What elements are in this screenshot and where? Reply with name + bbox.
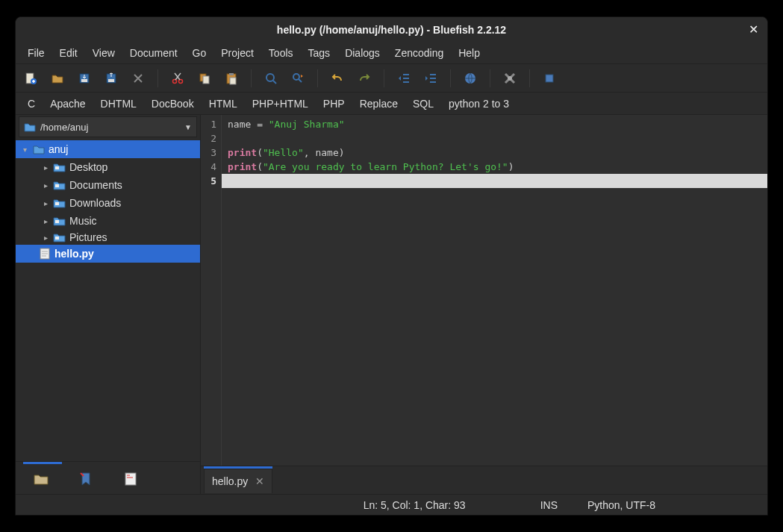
folder-icon [24, 122, 36, 132]
svg-rect-3 [81, 79, 87, 82]
document-tabs: hello.py ✕ [201, 466, 767, 494]
tree-folder[interactable]: ▸Pictures [16, 230, 200, 245]
expand-icon[interactable]: ▸ [41, 217, 50, 225]
unindent-icon[interactable] [393, 68, 414, 89]
editor[interactable]: 12345 name = "Anuj Sharma"print("Hello",… [201, 115, 767, 466]
path-selector[interactable]: /home/anuj ▼ [19, 116, 197, 137]
find-replace-icon[interactable] [287, 68, 308, 89]
lang-apache[interactable]: Apache [43, 95, 93, 113]
tree-label: anuj [49, 143, 68, 155]
lang-php-html[interactable]: PHP+HTML [245, 95, 316, 113]
language-bar: CApacheDHTMLDocBookHTMLPHP+HTMLPHPReplac… [16, 93, 767, 115]
folder-icon [53, 161, 66, 173]
path-label: /home/anuj [40, 122, 180, 133]
tree-folder[interactable]: ▸Downloads [16, 194, 200, 212]
expand-icon[interactable]: ▸ [41, 181, 50, 190]
close-tab-icon[interactable]: ✕ [255, 475, 264, 487]
lang-html[interactable]: HTML [202, 95, 245, 113]
menu-tools[interactable]: Tools [261, 44, 301, 62]
copy-icon[interactable] [194, 68, 215, 89]
collapse-icon[interactable]: ▾ [20, 145, 29, 154]
tree-folder[interactable]: ▸Documents [16, 176, 200, 194]
save-as-icon[interactable] [101, 68, 122, 89]
paste-icon[interactable] [221, 68, 242, 89]
editor-area: 12345 name = "Anuj Sharma"print("Hello",… [201, 115, 767, 494]
menu-document[interactable]: Document [122, 44, 185, 62]
app-window: hello.py (/home/anuj/hello.py) - Bluefis… [15, 16, 768, 516]
menu-dialogs[interactable]: Dialogs [337, 44, 387, 62]
tab-hello[interactable]: hello.py ✕ [204, 469, 272, 493]
lang-dhtml[interactable]: DHTML [93, 95, 144, 113]
code-area[interactable]: name = "Anuj Sharma"print("Hello", name)… [222, 115, 767, 466]
lang-php[interactable]: PHP [316, 95, 352, 113]
chevron-down-icon: ▼ [184, 123, 192, 131]
svg-rect-22 [55, 237, 59, 240]
preferences-icon[interactable] [499, 68, 520, 89]
menu-tags[interactable]: Tags [301, 44, 338, 62]
new-file-icon[interactable] [20, 68, 41, 89]
tree-folder[interactable]: ▸Desktop [16, 158, 200, 176]
insert-mode[interactable]: INS [533, 499, 565, 511]
menu-project[interactable]: Project [213, 44, 261, 62]
undo-icon[interactable] [327, 68, 348, 89]
folder-icon [32, 143, 46, 155]
svg-rect-11 [229, 73, 234, 75]
menu-help[interactable]: Help [451, 44, 487, 62]
lang-python-2-to-3[interactable]: python 2 to 3 [441, 95, 517, 113]
menu-go[interactable]: Go [185, 44, 214, 62]
tree-file-selected[interactable]: hello.py [16, 245, 200, 263]
filebrowser-tab-icon[interactable] [32, 470, 50, 488]
tree-root[interactable]: ▾ anuj [16, 140, 200, 158]
folder-icon [53, 179, 66, 191]
menubar: FileEditViewDocumentGoProjectToolsTagsDi… [16, 42, 767, 64]
svg-rect-24 [125, 473, 136, 485]
lang-c[interactable]: C [20, 95, 43, 113]
sidebar: /home/anuj ▼ ▾ anuj ▸Desktop▸Documents▸D… [16, 115, 201, 494]
find-icon[interactable] [261, 68, 281, 89]
indent-icon[interactable] [420, 68, 441, 89]
menu-file[interactable]: File [20, 44, 52, 62]
tree-folder[interactable]: ▸Music [16, 212, 200, 230]
svg-rect-21 [55, 220, 59, 223]
tree-label: Documents [69, 179, 122, 191]
browser-preview-icon[interactable] [460, 68, 481, 89]
menu-view[interactable]: View [85, 44, 122, 62]
folder-icon [53, 215, 66, 227]
cursor-position: Ln: 5, Col: 1, Char: 93 [356, 499, 473, 511]
sidebar-tabs [16, 461, 200, 494]
close-file-icon[interactable] [128, 68, 149, 89]
bookmarks-tab-icon[interactable] [77, 470, 95, 488]
toolbar [16, 64, 767, 93]
svg-rect-18 [55, 166, 59, 169]
tab-label: hello.py [212, 475, 248, 487]
svg-rect-9 [203, 76, 209, 84]
menu-zencoding[interactable]: Zencoding [387, 44, 451, 62]
svg-point-14 [293, 74, 299, 80]
svg-rect-17 [546, 75, 553, 82]
expand-icon[interactable]: ▸ [41, 199, 50, 207]
main-area: /home/anuj ▼ ▾ anuj ▸Desktop▸Documents▸D… [16, 115, 767, 494]
lang-sql[interactable]: SQL [405, 95, 441, 113]
close-icon[interactable]: ✕ [749, 22, 758, 37]
tree-label: Desktop [69, 161, 107, 173]
tree-label: Pictures [69, 231, 107, 243]
svg-rect-5 [108, 79, 114, 82]
tree-label: Downloads [69, 197, 121, 209]
svg-point-16 [508, 76, 512, 81]
save-icon[interactable] [74, 68, 95, 89]
expand-icon[interactable]: ▸ [41, 234, 50, 242]
window-title: hello.py (/home/anuj/hello.py) - Bluefis… [277, 24, 506, 36]
fullscreen-icon[interactable] [539, 68, 560, 89]
svg-rect-20 [55, 202, 59, 205]
menu-edit[interactable]: Edit [52, 44, 85, 62]
svg-rect-12 [230, 78, 236, 84]
encoding-label[interactable]: Python, UTF-8 [580, 499, 663, 511]
tree-file-label: hello.py [54, 248, 94, 260]
cut-icon[interactable] [167, 68, 188, 89]
snippets-tab-icon[interactable] [122, 470, 140, 488]
lang-replace[interactable]: Replace [352, 95, 405, 113]
open-folder-icon[interactable] [47, 68, 68, 89]
expand-icon[interactable]: ▸ [41, 163, 50, 172]
lang-docbook[interactable]: DocBook [144, 95, 202, 113]
redo-icon[interactable] [354, 68, 375, 89]
